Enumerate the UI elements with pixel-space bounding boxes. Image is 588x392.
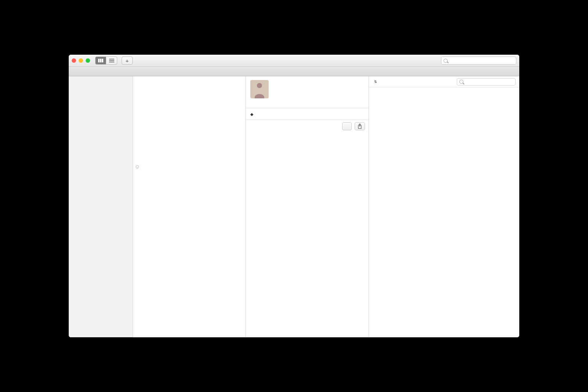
search-icon [459, 80, 463, 84]
detail-note: ◆ [246, 108, 369, 120]
detail-footer [246, 120, 369, 132]
search-cards-input[interactable] [441, 57, 516, 65]
svg-rect-3 [109, 59, 114, 59]
minimize-icon[interactable] [79, 58, 83, 63]
sidebar [69, 76, 133, 337]
sidebar-tags [69, 337, 133, 337]
close-icon[interactable] [72, 58, 76, 63]
contact-detail: ◆ [246, 76, 369, 337]
content: ☺ ◆ ⇅ [69, 76, 519, 337]
smiley-icon: ☺ [135, 163, 140, 170]
contact-list-inner[interactable] [133, 76, 245, 337]
activity-header: ⇅ [369, 76, 519, 87]
columns-view-icon[interactable] [95, 57, 106, 65]
share-icon [358, 124, 362, 129]
detail-header [246, 76, 369, 101]
svg-rect-0 [98, 59, 100, 62]
svg-rect-5 [109, 62, 114, 62]
titlebar: + [69, 55, 519, 67]
activity-body[interactable] [369, 87, 519, 337]
contact-list: ☺ [133, 76, 246, 337]
list-view-icon[interactable] [106, 57, 117, 65]
app-window: + ☺ ◆ [69, 55, 519, 337]
svg-rect-2 [102, 59, 103, 62]
edit-button[interactable] [342, 122, 352, 130]
search-icon [444, 59, 448, 63]
activity-panel: ⇅ [369, 76, 519, 337]
avatar [250, 80, 269, 98]
sort-icon: ⇅ [374, 80, 377, 84]
sidebar-sources [69, 76, 133, 337]
add-button[interactable]: + [122, 57, 133, 65]
smart-filter-bar [69, 67, 519, 76]
activity-title[interactable]: ⇅ [373, 80, 377, 84]
view-toggle[interactable] [95, 57, 117, 65]
svg-rect-4 [109, 60, 114, 61]
detail-fields [246, 101, 369, 105]
svg-rect-1 [100, 59, 101, 62]
zoom-icon[interactable] [86, 58, 90, 63]
share-button[interactable] [355, 122, 365, 130]
search-activities-input[interactable] [457, 78, 516, 86]
traffic-lights [72, 58, 90, 63]
